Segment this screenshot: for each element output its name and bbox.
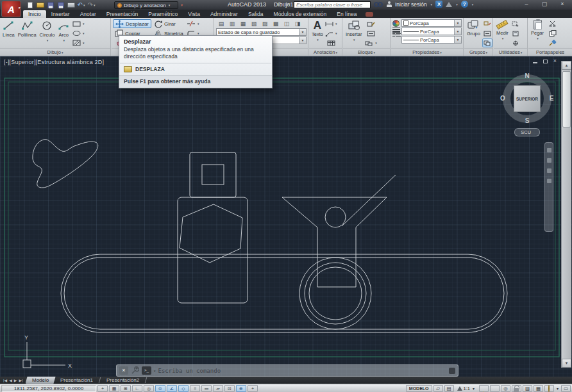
minimize-button[interactable]: – — [519, 1, 534, 8]
text-button[interactable]: A Texto — [310, 19, 324, 42]
panel-label-dibujo[interactable]: Dibujo — [0, 48, 110, 56]
scroll-up-arrow-icon[interactable]: ▲ — [562, 61, 571, 70]
toggle-grid[interactable]: ⊞ — [121, 385, 131, 392]
restore-button[interactable]: ▢ — [537, 1, 552, 8]
chevron-down-icon[interactable]: ▾ — [456, 3, 458, 6]
panel-label-grupos[interactable]: Grupos — [464, 48, 492, 56]
exchange-apps-icon[interactable]: X — [435, 1, 442, 8]
edit-block-button[interactable] — [364, 19, 378, 28]
scrollbar-thumb[interactable] — [562, 71, 571, 127]
tab-presentacion1[interactable]: Presentación1 — [55, 377, 99, 384]
tab-insertar[interactable]: Insertar — [46, 10, 75, 18]
quick-view-drawings-button[interactable]: ▱ — [433, 385, 443, 392]
lineweight-dropdown[interactable]: PorCapa ▼ — [401, 28, 462, 35]
viewcube-west[interactable]: O — [498, 95, 507, 102]
redo-button[interactable]: ↷▾ — [87, 1, 96, 8]
toggle-ducs[interactable]: ≡ — [190, 385, 200, 392]
move-button[interactable]: Desplazar — [113, 19, 151, 28]
save-as-button[interactable] — [56, 1, 65, 8]
polyline-button[interactable]: Polilínea — [17, 19, 38, 38]
group-selection-toggle[interactable] — [482, 38, 492, 47]
layer-unlock-button[interactable]: ▩ — [271, 19, 281, 28]
toggle-dyn-input[interactable]: ▭ — [201, 385, 212, 392]
isolate-objects-button[interactable]: ▦ — [534, 385, 543, 392]
annotation-visibility-button[interactable] — [479, 385, 489, 392]
chevron-down-icon[interactable]: ▾ — [472, 3, 474, 6]
toggle-lineweight[interactable]: ▱ — [213, 385, 223, 392]
undo-button[interactable]: ↶▾ — [77, 1, 85, 8]
command-line-bar[interactable]: × >_ ▾ Escriba un comando — [116, 364, 458, 377]
scroll-down-arrow-icon[interactable]: ▼ — [562, 359, 571, 368]
panel-label-portapapeles[interactable]: Portapapeles — [528, 48, 572, 56]
tab-inicio[interactable]: Inicio — [23, 10, 46, 18]
search-input[interactable] — [294, 1, 371, 8]
command-prompt-text[interactable]: Escriba un comando — [158, 368, 221, 374]
tab-modulos-extension[interactable]: Módulos de extensión — [269, 10, 332, 18]
panel-label-anotacion[interactable]: Anotación — [309, 48, 342, 56]
color-wheel-icon[interactable] — [392, 20, 400, 27]
model-space-button[interactable]: MODELO — [406, 385, 432, 392]
drawing-canvas[interactable]: Y X [-][Superior][Estructura alámbrica 2… — [0, 56, 572, 377]
chevron-down-icon[interactable]: ▾ — [431, 3, 433, 6]
trim-button[interactable] — [186, 19, 200, 28]
search-expand-icon[interactable]: ▶ — [286, 2, 289, 7]
tab-parametrico[interactable]: Paramétrico — [143, 10, 183, 18]
tab-vista[interactable]: Vista — [183, 10, 205, 18]
navigation-bar[interactable] — [544, 142, 553, 232]
tab-anotar[interactable]: Anotar — [75, 10, 101, 18]
recent-commands-button[interactable]: >_ — [142, 366, 151, 375]
clean-screen-button[interactable]: ▭ — [561, 385, 571, 392]
copy-clip-button[interactable] — [546, 29, 560, 38]
leader-button[interactable] — [325, 29, 337, 38]
drawing-restore-button[interactable] — [543, 60, 548, 63]
layer-off-button[interactable]: ▥ — [227, 19, 237, 28]
toggle-3dosnap[interactable]: ∠ — [167, 385, 177, 392]
layer-lock-button[interactable]: ▨ — [260, 19, 270, 28]
group-button[interactable]: Grupo — [466, 19, 482, 37]
ellipse-tool-button[interactable] — [71, 29, 85, 38]
insert-block-button[interactable]: Insertar — [344, 19, 363, 42]
tab-presentacion2[interactable]: Presentación2 — [101, 377, 145, 384]
viewcube-north[interactable]: N — [523, 72, 532, 79]
workspace-extra-caret-icon[interactable]: ▾ — [181, 3, 183, 7]
rotate-button[interactable]: Girar — [152, 19, 185, 28]
rectangle-tool-button[interactable] — [71, 19, 85, 28]
toggle-infer-constraints[interactable]: + — [97, 385, 108, 392]
plot-button[interactable] — [67, 1, 75, 8]
tab-en-linea[interactable]: En línea — [332, 10, 362, 18]
quick-select-button[interactable] — [510, 19, 521, 28]
paste-button[interactable]: Pegar — [530, 19, 545, 41]
toggle-otrack[interactable]: ◇ — [178, 385, 189, 392]
layer-match-button[interactable]: ◫ — [282, 19, 292, 28]
last-tab-button[interactable]: ▶| — [19, 378, 22, 382]
workspace-dropdown[interactable]: Dibujo y anotación ▾ — [114, 1, 178, 9]
help-icon[interactable]: ? — [461, 1, 468, 8]
ungroup-button[interactable] — [482, 19, 492, 28]
ucs-menu-button[interactable]: SCU — [514, 128, 540, 136]
status-lightbulb-button[interactable] — [544, 385, 554, 392]
drawing-minimize-button[interactable] — [533, 62, 537, 63]
zoom-icon[interactable] — [547, 158, 551, 163]
annotation-scale-button[interactable]: 1:1 ▾ — [455, 385, 478, 392]
toggle-ortho[interactable]: ∟ — [132, 385, 142, 392]
tab-administrar[interactable]: Administrar — [205, 10, 243, 18]
panel-label-bloque[interactable]: Bloque — [343, 48, 390, 56]
line-button[interactable]: Línea — [1, 19, 16, 38]
autodesk-360-icon[interactable] — [446, 2, 452, 7]
define-attributes-button[interactable] — [364, 29, 378, 38]
table-button[interactable] — [325, 38, 337, 47]
application-menu-button[interactable]: A▾ — [1, 1, 21, 17]
drawing-close-button[interactable]: × — [553, 58, 557, 64]
layer-isolate-button[interactable]: ▦ — [238, 19, 248, 28]
first-tab-button[interactable]: |◀ — [3, 378, 7, 382]
toggle-selection-cycling[interactable]: + — [248, 385, 258, 392]
arc-button[interactable]: Arco — [56, 19, 71, 43]
panel-label-utilidades[interactable]: Utilidades — [494, 48, 527, 56]
customize-wrench-icon[interactable] — [131, 366, 139, 375]
viewcube-east[interactable]: E — [547, 95, 556, 102]
layer-properties-button[interactable]: ▤ — [216, 19, 226, 28]
lock-ui-button[interactable] — [512, 385, 521, 392]
pan-icon[interactable] — [547, 148, 551, 152]
quick-view-layouts-button[interactable]: ▤ — [444, 385, 454, 392]
panel-label-propiedades[interactable]: Propiedades — [391, 48, 463, 56]
